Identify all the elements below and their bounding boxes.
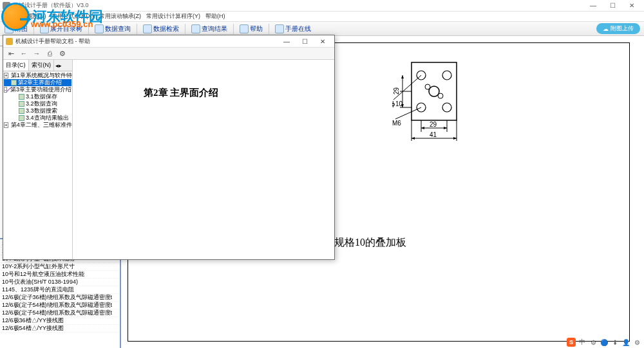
help-fwd-icon[interactable]: →	[31, 48, 43, 59]
results-icon	[191, 24, 200, 33]
system-tray: S 中 ⚙ 🔵 ⬇ 👤 ⚙	[567, 338, 641, 347]
tray-3[interactable]: 🔵	[600, 338, 609, 347]
svg-line-22	[395, 107, 421, 119]
help-title: 机械设计手册帮助文档 - 帮助	[15, 37, 278, 46]
list-item[interactable]: 12/6极(定子54槽)绕组系数及气隙磁通密度t	[1, 302, 119, 309]
tray-2[interactable]: ⚙	[589, 338, 598, 347]
svg-point-7	[438, 93, 443, 98]
tray-1[interactable]: 中	[578, 338, 587, 347]
tree-node[interactable]: 3.4查询结果输出	[12, 114, 71, 122]
drawing-caption: 规格10的叠加板	[334, 236, 406, 250]
close-button[interactable]: ✕	[622, 1, 641, 11]
svg-point-5	[429, 86, 439, 96]
menu-design[interactable]: 常用设计计算程序(Y)	[146, 12, 200, 21]
help-minimize[interactable]: —	[278, 36, 296, 46]
list-item[interactable]: 1145、1235牌号的直流电阻	[1, 286, 119, 294]
tool-search[interactable]: 数据检索	[141, 24, 181, 33]
list-item[interactable]: 10Y-2系列小型气缸外形尺寸	[1, 263, 119, 271]
main-titlebar: 机械设计手册（软件版）V3.0 — ☐ ✕	[0, 0, 644, 12]
tree-label: 第1章系统概况与软件特	[11, 72, 72, 79]
menu-bearing[interactable]: 常用滚动轴承(Z)	[99, 12, 142, 21]
figure-icon	[5, 24, 14, 33]
menu-help[interactable]: 帮助(H)	[205, 12, 225, 21]
page-icon	[19, 115, 24, 121]
ime-icon[interactable]: S	[567, 338, 576, 347]
help-tab-contents[interactable]: 目录(C)	[3, 60, 29, 71]
app-title: 机械设计手册（软件版）V3.0	[13, 1, 583, 10]
maximize-button[interactable]: ☐	[603, 1, 622, 11]
help-maximize[interactable]: ☐	[296, 36, 314, 46]
tree-node[interactable]: +第1章系统概况与软件特	[4, 72, 71, 79]
help-tree[interactable]: +第1章系统概况与软件特第2章主界面介绍-第3章主要功能使用介绍3.1数据保存3…	[3, 71, 72, 259]
help-icon	[240, 24, 249, 33]
tree-label: 3.4查询结果输出	[26, 114, 69, 122]
tool-help[interactable]: 帮助	[238, 24, 265, 33]
help-print-icon[interactable]: ⎙	[44, 48, 55, 59]
upload-button[interactable]: ☁ 附图上传	[596, 23, 640, 34]
tray-6[interactable]: ⚙	[632, 338, 641, 347]
tray-5[interactable]: 👤	[621, 338, 630, 347]
svg-text:41: 41	[430, 131, 437, 138]
svg-text:M6: M6	[392, 120, 401, 127]
tree-node[interactable]: 3.3数据搜索	[12, 107, 71, 114]
tree-label: 3.1数据保存	[26, 93, 57, 100]
query-icon	[95, 24, 104, 33]
svg-text:29: 29	[393, 87, 400, 95]
tree-node[interactable]: +第4章二维、三维标准件	[4, 122, 71, 129]
technical-drawing: 29 29 41 ϕ10	[392, 56, 469, 152]
list-item[interactable]: 10号仪表油(SH/T 0138-1994)	[1, 279, 119, 286]
tree-label: 第2章主界面介绍	[18, 79, 62, 86]
tree-node[interactable]: -第3章主要功能使用介绍	[4, 86, 71, 93]
tool-figure[interactable]: 附图	[3, 24, 30, 33]
tree-node[interactable]: 3.1数据保存	[12, 93, 71, 100]
menu-formula[interactable]: 常用公式计算(X)	[52, 12, 94, 21]
help-tab-nav[interactable]: ◂▸	[54, 60, 63, 71]
list-item[interactable]: 12/6极(定子36槽)绕组系数及气隙磁通密度t	[1, 294, 119, 302]
app-icon	[3, 2, 10, 10]
help-tree-panel: 目录(C) 索引(N) ◂▸ +第1章系统概况与软件特第2章主界面介绍-第3章主…	[3, 60, 73, 259]
page-icon	[11, 80, 17, 86]
page-icon	[19, 108, 24, 114]
help-close[interactable]: ✕	[314, 36, 332, 46]
menu-view[interactable]: 视图(V)	[27, 12, 46, 21]
tree-label: 第4章二维、三维标准件	[11, 122, 72, 129]
svg-text:29: 29	[430, 121, 437, 128]
help-content[interactable]: 第2章 主界面介绍	[73, 60, 334, 259]
help-options-icon[interactable]: ⚙	[57, 48, 68, 59]
help-back-icon[interactable]: ←	[18, 48, 30, 59]
tree-icon	[40, 24, 49, 33]
svg-text:ϕ10: ϕ10	[392, 100, 403, 107]
page-icon	[19, 101, 24, 107]
minimize-button[interactable]: —	[583, 1, 603, 11]
help-tab-index[interactable]: 索引(N)	[29, 60, 55, 71]
tray-4[interactable]: ⬇	[611, 338, 620, 347]
toolbar: 附图 展开目录树 数据查询 数据检索 查询结果 帮助 手册在线 ☁ 附图上传	[0, 22, 644, 36]
tree-node[interactable]: 第2章主界面介绍	[4, 79, 71, 86]
help-chapter-title: 第2章 主界面介绍	[144, 87, 218, 99]
tree-node[interactable]: 3.2数据查询	[12, 100, 71, 107]
help-toolbar: ⇤ ← → ⎙ ⚙	[3, 47, 334, 60]
tool-expand-tree[interactable]: 展开目录树	[38, 24, 84, 33]
expander-icon[interactable]: +	[4, 73, 8, 78]
menubar: 文件(F) 视图(V) 常用公式计算(X) 常用滚动轴承(Z) 常用设计计算程序…	[0, 12, 644, 22]
list-item[interactable]: 12/6极36槽△/YY接线图	[1, 317, 119, 325]
tool-online[interactable]: 手册在线	[273, 24, 313, 33]
list-item[interactable]: 12/6极(定子54槽)绕组系数及气隙磁通密度t	[1, 309, 119, 317]
menu-file[interactable]: 文件(F)	[3, 12, 22, 21]
list-item[interactable]: 10号和12号航空液压油技术性能	[1, 271, 119, 279]
svg-point-6	[425, 84, 430, 89]
tool-query[interactable]: 数据查询	[93, 24, 133, 33]
tree-label: 3.3数据搜索	[26, 107, 57, 114]
tool-results[interactable]: 查询结果	[189, 24, 229, 33]
help-window: 机械设计手册帮助文档 - 帮助 — ☐ ✕ ⇤ ← → ⎙ ⚙ 目录(C) 索引…	[3, 35, 335, 260]
svg-point-2	[442, 71, 451, 80]
page-icon	[19, 94, 24, 100]
search-icon	[143, 24, 152, 33]
tree-label: 3.2数据查询	[26, 100, 57, 107]
list-item[interactable]: 12/6极54槽△/YY接线图	[1, 325, 119, 333]
tree-label: 第3章主要功能使用介绍	[10, 86, 71, 93]
help-app-icon	[6, 38, 13, 45]
help-hide-icon[interactable]: ⇤	[5, 48, 17, 59]
cloud-icon: ☁	[603, 26, 609, 32]
expander-icon[interactable]: +	[4, 122, 8, 128]
